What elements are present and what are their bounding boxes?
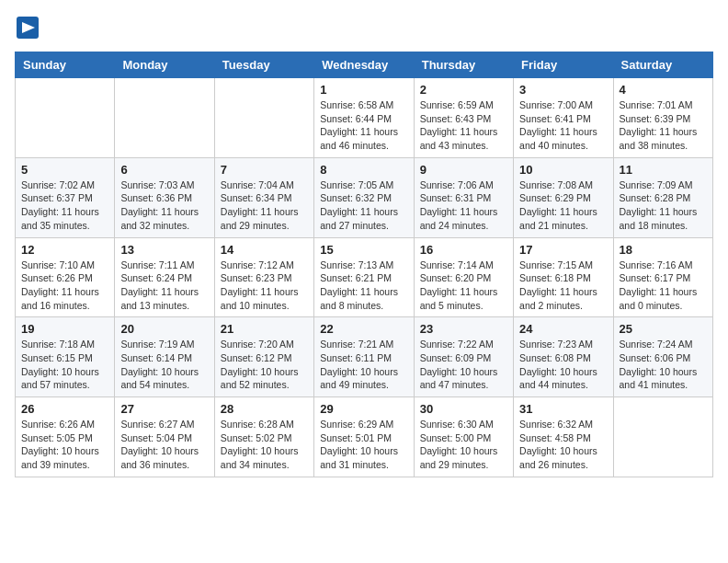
day-cell: 20Sunrise: 7:19 AM Sunset: 6:14 PM Dayli… (115, 317, 214, 397)
day-cell: 13Sunrise: 7:11 AM Sunset: 6:24 PM Dayli… (115, 237, 214, 317)
day-info: Sunrise: 7:08 AM Sunset: 6:29 PM Dayligh… (519, 178, 607, 233)
day-info: Sunrise: 7:16 AM Sunset: 6:17 PM Dayligh… (620, 259, 707, 313)
day-number: 8 (320, 163, 407, 177)
day-info: Sunrise: 6:27 AM Sunset: 5:04 PM Dayligh… (120, 418, 208, 472)
day-info: Sunrise: 7:22 AM Sunset: 6:09 PM Dayligh… (420, 338, 507, 392)
day-info: Sunrise: 6:26 AM Sunset: 5:05 PM Dayligh… (21, 418, 108, 472)
day-cell: 18Sunrise: 7:16 AM Sunset: 6:17 PM Dayli… (613, 237, 712, 317)
day-number: 19 (21, 322, 108, 336)
day-number: 28 (221, 402, 308, 416)
day-cell: 19Sunrise: 7:18 AM Sunset: 6:15 PM Dayli… (16, 317, 115, 397)
day-cell (214, 78, 313, 158)
day-info: Sunrise: 6:58 AM Sunset: 6:44 PM Dayligh… (320, 98, 407, 153)
day-number: 27 (120, 402, 208, 416)
day-number: 9 (420, 163, 507, 177)
day-cell: 21Sunrise: 7:20 AM Sunset: 6:12 PM Dayli… (214, 317, 313, 397)
day-number: 2 (420, 83, 507, 97)
day-cell (16, 78, 115, 158)
day-cell: 31Sunrise: 6:32 AM Sunset: 4:58 PM Dayli… (514, 397, 613, 477)
day-number: 30 (420, 402, 507, 416)
day-number: 16 (420, 243, 507, 257)
day-number: 18 (620, 243, 707, 257)
day-cell: 30Sunrise: 6:30 AM Sunset: 5:00 PM Dayli… (414, 397, 513, 477)
day-info: Sunrise: 6:28 AM Sunset: 5:02 PM Dayligh… (221, 418, 308, 472)
day-info: Sunrise: 6:30 AM Sunset: 5:00 PM Dayligh… (420, 418, 507, 472)
day-info: Sunrise: 7:18 AM Sunset: 6:15 PM Dayligh… (21, 338, 108, 392)
day-cell: 1Sunrise: 6:58 AM Sunset: 6:44 PM Daylig… (314, 78, 414, 158)
day-number: 13 (120, 243, 208, 257)
day-number: 20 (120, 322, 208, 336)
day-cell (613, 397, 712, 477)
day-cell: 3Sunrise: 7:00 AM Sunset: 6:41 PM Daylig… (514, 78, 613, 158)
day-info: Sunrise: 7:12 AM Sunset: 6:23 PM Dayligh… (221, 259, 308, 313)
day-info: Sunrise: 7:15 AM Sunset: 6:18 PM Dayligh… (519, 259, 607, 313)
day-info: Sunrise: 7:24 AM Sunset: 6:06 PM Dayligh… (620, 338, 707, 392)
day-info: Sunrise: 7:10 AM Sunset: 6:26 PM Dayligh… (21, 259, 108, 313)
day-info: Sunrise: 7:01 AM Sunset: 6:39 PM Dayligh… (620, 98, 707, 153)
day-cell: 29Sunrise: 6:29 AM Sunset: 5:01 PM Dayli… (314, 397, 414, 477)
day-cell: 25Sunrise: 7:24 AM Sunset: 6:06 PM Dayli… (613, 317, 712, 397)
day-info: Sunrise: 7:11 AM Sunset: 6:24 PM Dayligh… (120, 259, 208, 313)
weekday-header-tuesday: Tuesday (214, 52, 313, 78)
day-info: Sunrise: 6:59 AM Sunset: 6:43 PM Dayligh… (420, 98, 507, 153)
day-cell: 9Sunrise: 7:06 AM Sunset: 6:31 PM Daylig… (414, 157, 513, 237)
logo (15, 15, 44, 40)
day-number: 25 (620, 322, 707, 336)
logo-icon (15, 15, 40, 40)
day-cell: 2Sunrise: 6:59 AM Sunset: 6:43 PM Daylig… (414, 78, 513, 158)
week-row-2: 5Sunrise: 7:02 AM Sunset: 6:37 PM Daylig… (16, 157, 713, 237)
day-info: Sunrise: 7:23 AM Sunset: 6:08 PM Dayligh… (519, 338, 607, 392)
day-number: 21 (221, 322, 308, 336)
day-cell: 15Sunrise: 7:13 AM Sunset: 6:21 PM Dayli… (314, 237, 414, 317)
day-cell: 28Sunrise: 6:28 AM Sunset: 5:02 PM Dayli… (214, 397, 313, 477)
day-number: 3 (519, 83, 607, 97)
day-cell: 27Sunrise: 6:27 AM Sunset: 5:04 PM Dayli… (115, 397, 214, 477)
day-cell (115, 78, 214, 158)
weekday-header-wednesday: Wednesday (314, 52, 414, 78)
day-cell: 8Sunrise: 7:05 AM Sunset: 6:32 PM Daylig… (314, 157, 414, 237)
week-row-3: 12Sunrise: 7:10 AM Sunset: 6:26 PM Dayli… (16, 237, 713, 317)
day-cell: 5Sunrise: 7:02 AM Sunset: 6:37 PM Daylig… (16, 157, 115, 237)
day-info: Sunrise: 7:04 AM Sunset: 6:34 PM Dayligh… (221, 178, 308, 233)
day-number: 17 (519, 243, 607, 257)
day-cell: 12Sunrise: 7:10 AM Sunset: 6:26 PM Dayli… (16, 237, 115, 317)
day-number: 7 (221, 163, 308, 177)
week-row-4: 19Sunrise: 7:18 AM Sunset: 6:15 PM Dayli… (16, 317, 713, 397)
day-number: 11 (620, 163, 707, 177)
day-cell: 11Sunrise: 7:09 AM Sunset: 6:28 PM Dayli… (613, 157, 712, 237)
day-cell: 22Sunrise: 7:21 AM Sunset: 6:11 PM Dayli… (314, 317, 414, 397)
day-number: 29 (320, 402, 407, 416)
day-info: Sunrise: 7:13 AM Sunset: 6:21 PM Dayligh… (320, 259, 407, 313)
day-cell: 26Sunrise: 6:26 AM Sunset: 5:05 PM Dayli… (16, 397, 115, 477)
day-info: Sunrise: 7:03 AM Sunset: 6:36 PM Dayligh… (120, 178, 208, 233)
day-number: 4 (620, 83, 707, 97)
day-cell: 23Sunrise: 7:22 AM Sunset: 6:09 PM Dayli… (414, 317, 513, 397)
day-number: 24 (519, 322, 607, 336)
day-number: 6 (120, 163, 208, 177)
day-info: Sunrise: 7:14 AM Sunset: 6:20 PM Dayligh… (420, 259, 507, 313)
day-number: 12 (21, 243, 108, 257)
day-cell: 6Sunrise: 7:03 AM Sunset: 6:36 PM Daylig… (115, 157, 214, 237)
weekday-header-thursday: Thursday (414, 52, 513, 78)
day-number: 10 (519, 163, 607, 177)
weekday-header-friday: Friday (514, 52, 613, 78)
day-info: Sunrise: 7:00 AM Sunset: 6:41 PM Dayligh… (519, 98, 607, 153)
week-row-1: 1Sunrise: 6:58 AM Sunset: 6:44 PM Daylig… (16, 78, 713, 158)
day-info: Sunrise: 7:05 AM Sunset: 6:32 PM Dayligh… (320, 178, 407, 233)
day-cell: 14Sunrise: 7:12 AM Sunset: 6:23 PM Dayli… (214, 237, 313, 317)
week-row-5: 26Sunrise: 6:26 AM Sunset: 5:05 PM Dayli… (16, 397, 713, 477)
calendar-table: SundayMondayTuesdayWednesdayThursdayFrid… (15, 52, 713, 477)
day-info: Sunrise: 6:32 AM Sunset: 4:58 PM Dayligh… (519, 418, 607, 472)
day-cell: 10Sunrise: 7:08 AM Sunset: 6:29 PM Dayli… (514, 157, 613, 237)
weekday-header-row: SundayMondayTuesdayWednesdayThursdayFrid… (16, 52, 713, 78)
day-cell: 4Sunrise: 7:01 AM Sunset: 6:39 PM Daylig… (613, 78, 712, 158)
weekday-header-sunday: Sunday (16, 52, 115, 78)
day-number: 5 (21, 163, 108, 177)
day-info: Sunrise: 7:19 AM Sunset: 6:14 PM Dayligh… (120, 338, 208, 392)
weekday-header-monday: Monday (115, 52, 214, 78)
day-cell: 16Sunrise: 7:14 AM Sunset: 6:20 PM Dayli… (414, 237, 513, 317)
day-cell: 17Sunrise: 7:15 AM Sunset: 6:18 PM Dayli… (514, 237, 613, 317)
day-number: 26 (21, 402, 108, 416)
day-number: 31 (519, 402, 607, 416)
day-number: 14 (221, 243, 308, 257)
